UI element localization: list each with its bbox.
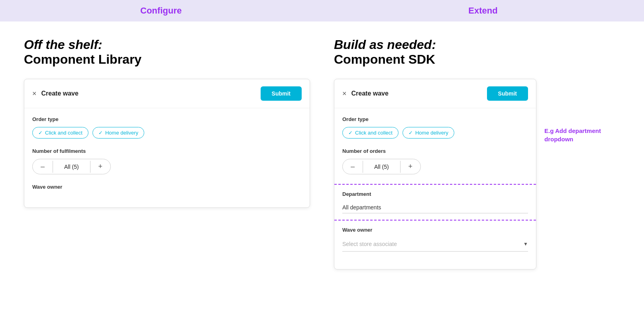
extend-wave-owner-placeholder: Select store associate <box>342 241 397 247</box>
extend-annotation-wrapper: E.g Add department dropdown <box>544 79 620 143</box>
extend-annotation-text: E.g Add department dropdown <box>544 127 620 143</box>
configure-stepper: – All (5) + <box>32 159 111 174</box>
configure-stepper-plus[interactable]: + <box>90 159 111 174</box>
configure-stepper-minus[interactable]: – <box>33 159 53 174</box>
configure-card: × Create wave Submit Order type ✓ Click … <box>24 79 310 208</box>
extend-title: Build as needed: Component SDK <box>334 37 620 67</box>
extend-department-value: All departments <box>342 202 528 213</box>
extend-wave-owner-label: Wave owner <box>342 227 528 233</box>
extend-dropdown-arrow-icon: ▼ <box>523 241 528 247</box>
configure-chip-home-delivery[interactable]: ✓ Home delivery <box>92 127 144 139</box>
extend-card: × Create wave Submit Order type ✓ <box>334 79 536 269</box>
configure-wave-owner-label: Wave owner <box>32 184 302 190</box>
configure-card-body: Order type ✓ Click and collect ✓ Home de… <box>24 108 310 207</box>
configure-title: Off the shelf: Component Library <box>24 37 310 67</box>
configure-header: Configure <box>0 0 322 21</box>
extend-title-normal: Component SDK <box>334 52 620 67</box>
configure-order-type-label: Order type <box>32 116 302 122</box>
extend-card-header: × Create wave Submit <box>334 79 536 108</box>
extend-card-body-bottom: Wave owner Select store associate ▼ <box>334 221 536 269</box>
extend-orders-label: Number of orders <box>342 148 528 154</box>
extend-card-wrapper: × Create wave Submit Order type ✓ <box>334 79 536 269</box>
extend-wave-owner-section: Wave owner Select store associate ▼ <box>342 227 528 252</box>
configure-header-title: Create wave <box>41 90 79 97</box>
configure-chip-collect-label: Click and collect <box>45 130 82 136</box>
extend-order-type-section: Order type ✓ Click and collect ✓ Home de… <box>342 116 528 139</box>
configure-card-header: × Create wave Submit <box>24 79 310 108</box>
extend-header: Extend <box>322 0 644 21</box>
extend-wave-owner-select[interactable]: Select store associate ▼ <box>342 237 528 252</box>
configure-wave-owner-section: Wave owner <box>32 184 302 190</box>
extend-chips-row: ✓ Click and collect ✓ Home delivery <box>342 127 528 139</box>
configure-chip-check-collect: ✓ <box>38 130 43 136</box>
extend-stepper-minus[interactable]: – <box>343 159 363 174</box>
extend-stepper-value: All (5) <box>363 160 400 173</box>
configure-column: Off the shelf: Component Library × Creat… <box>24 37 310 312</box>
configure-chip-delivery-label: Home delivery <box>105 130 138 136</box>
extend-chip-click-collect[interactable]: ✓ Click and collect <box>342 127 399 139</box>
extend-department-label: Department <box>342 191 528 197</box>
configure-chip-check-delivery: ✓ <box>98 130 103 136</box>
configure-card-header-left: × Create wave <box>32 90 79 98</box>
extend-submit-button[interactable]: Submit <box>487 86 528 101</box>
extend-header-title: Create wave <box>351 90 389 97</box>
extend-title-italic: Build as needed: <box>334 37 620 52</box>
configure-fulfilments-section: Number of fulfilments – All (5) + <box>32 148 302 174</box>
extend-chip-check-collect: ✓ <box>348 130 353 136</box>
extend-chip-delivery-label: Home delivery <box>415 130 448 136</box>
configure-title-normal: Component Library <box>24 52 310 67</box>
extend-card-body-top: Order type ✓ Click and collect ✓ Home de… <box>334 108 536 174</box>
configure-header-title: Configure <box>140 6 182 16</box>
configure-stepper-value: All (5) <box>53 160 90 173</box>
extend-chip-collect-label: Click and collect <box>355 130 393 136</box>
extend-card-header-left: × Create wave <box>342 90 389 98</box>
configure-close-icon[interactable]: × <box>32 90 37 98</box>
extend-main-wrapper: × Create wave Submit Order type ✓ <box>334 79 620 269</box>
configure-title-italic: Off the shelf: <box>24 37 310 52</box>
configure-order-type-section: Order type ✓ Click and collect ✓ Home de… <box>32 116 302 139</box>
extend-stepper: – All (5) + <box>342 159 421 174</box>
extend-stepper-plus[interactable]: + <box>401 159 421 174</box>
configure-chip-click-collect[interactable]: ✓ Click and collect <box>32 127 88 139</box>
extend-dashed-department: Department All departments <box>334 184 536 221</box>
configure-chips-row: ✓ Click and collect ✓ Home delivery <box>32 127 302 139</box>
extend-orders-section: Number of orders – All (5) + <box>342 148 528 174</box>
configure-fulfilments-label: Number of fulfilments <box>32 148 302 154</box>
extend-header-title: Extend <box>468 6 497 16</box>
extend-close-icon[interactable]: × <box>342 90 347 98</box>
extend-chip-home-delivery[interactable]: ✓ Home delivery <box>402 127 454 139</box>
extend-column: Build as needed: Component SDK × Create … <box>334 37 620 312</box>
extend-order-type-label: Order type <box>342 116 528 122</box>
extend-chip-check-delivery: ✓ <box>408 130 413 136</box>
configure-submit-button[interactable]: Submit <box>261 86 302 101</box>
